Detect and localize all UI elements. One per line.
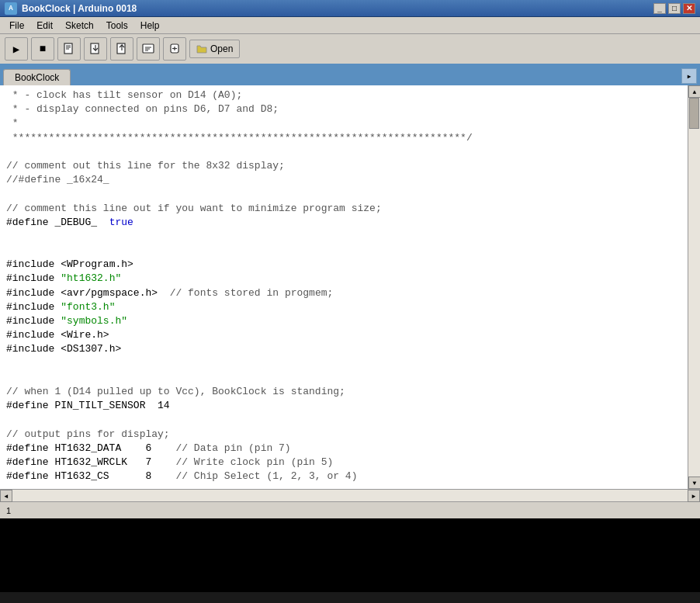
upload-button[interactable] <box>84 37 107 61</box>
menu-help[interactable]: Help <box>134 19 166 33</box>
horizontal-scrollbar[interactable]: ◄ ► <box>0 489 700 501</box>
console-area <box>0 518 700 592</box>
app-icon: A <box>5 2 17 15</box>
serial-monitor-button[interactable] <box>137 37 160 61</box>
debug-icon <box>168 42 182 56</box>
upload-icon <box>88 42 102 56</box>
maximize-button[interactable]: □ <box>668 3 681 14</box>
menu-file[interactable]: File <box>3 19 30 33</box>
new-icon <box>62 42 76 56</box>
tab-actions: ▸ <box>681 68 697 85</box>
svg-rect-6 <box>117 43 125 54</box>
open-icon <box>196 43 207 54</box>
open-label: Open <box>210 43 233 54</box>
title-bar: A BookClock | Arduino 0018 _ □ ✕ <box>0 0 700 17</box>
scroll-down-button[interactable]: ▼ <box>688 477 700 489</box>
scroll-left-button[interactable]: ◄ <box>0 490 12 502</box>
download-button[interactable] <box>110 37 133 61</box>
tab-bookclock[interactable]: BookClock <box>3 69 71 85</box>
menu-bar: File Edit Sketch Tools Help <box>0 17 700 34</box>
new-button[interactable] <box>57 37 81 61</box>
app-icon-label: A <box>9 5 12 12</box>
editor-container: * - clock has tilt sensor on D14 (A0); *… <box>0 85 700 489</box>
menu-sketch[interactable]: Sketch <box>59 19 100 33</box>
scroll-thumb[interactable] <box>689 98 699 129</box>
download-icon <box>115 42 129 56</box>
tab-label: BookClock <box>15 72 59 83</box>
scroll-right-button[interactable]: ► <box>688 490 700 502</box>
scroll-up-button[interactable]: ▲ <box>688 85 700 98</box>
scroll-x-track[interactable] <box>12 490 688 501</box>
title-bar-text: BookClock | Arduino 0018 <box>22 3 137 14</box>
open-button[interactable]: Open <box>189 40 240 58</box>
code-editor[interactable]: * - clock has tilt sensor on D14 (A0); *… <box>0 85 688 489</box>
toolbar: ▶ ■ <box>0 34 700 65</box>
tab-bar: BookClock ▸ <box>0 65 700 85</box>
close-button[interactable]: ✕ <box>683 3 695 14</box>
vertical-scrollbar[interactable]: ▲ ▼ <box>688 85 700 489</box>
run-button[interactable]: ▶ <box>5 37 28 61</box>
menu-tools[interactable]: Tools <box>100 19 134 33</box>
debug-button[interactable] <box>163 37 186 61</box>
title-bar-controls: _ □ ✕ <box>653 3 695 14</box>
status-bar: 1 <box>0 501 700 518</box>
scroll-track[interactable] <box>688 98 700 477</box>
title-bar-left: A BookClock | Arduino 0018 <box>5 2 137 15</box>
status-text: 1 <box>6 506 11 515</box>
stop-button[interactable]: ■ <box>31 37 54 61</box>
minimize-button[interactable]: _ <box>653 3 666 14</box>
menu-edit[interactable]: Edit <box>30 19 59 33</box>
tab-expand-button[interactable]: ▸ <box>681 68 697 84</box>
serial-monitor-icon <box>141 42 155 56</box>
